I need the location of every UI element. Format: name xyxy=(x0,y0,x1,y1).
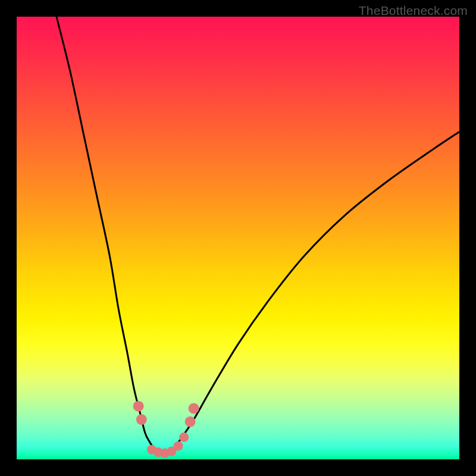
curve-overlay xyxy=(17,17,459,459)
watermark-text: TheBottleneck.com xyxy=(359,4,468,18)
marker-dot xyxy=(136,414,147,425)
trough-markers xyxy=(133,401,199,458)
marker-dot xyxy=(179,433,189,442)
right-curve xyxy=(163,131,459,455)
marker-dot xyxy=(185,416,196,427)
left-curve xyxy=(57,17,163,455)
chart-frame: TheBottleneck.com xyxy=(0,0,476,476)
marker-dot xyxy=(189,403,199,414)
plot-area xyxy=(17,17,459,459)
marker-dot xyxy=(133,401,144,412)
marker-dot xyxy=(174,441,183,451)
